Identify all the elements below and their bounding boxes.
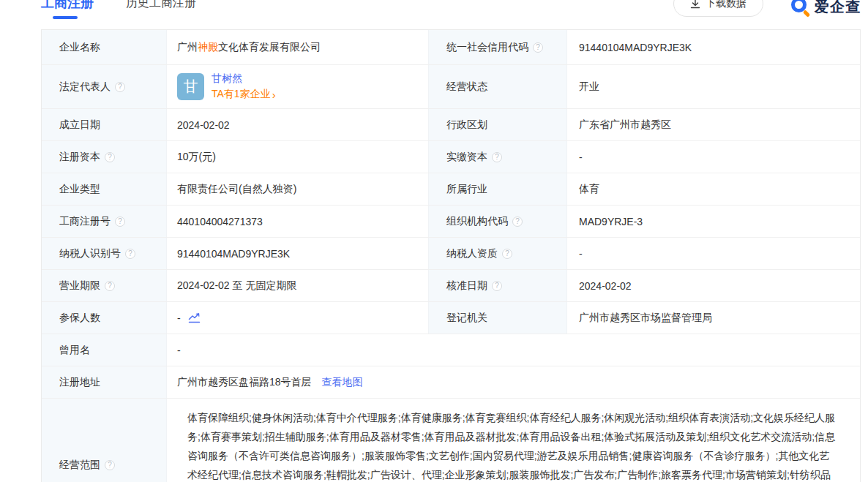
field-value-industry: 体育 <box>567 173 860 205</box>
field-value-approval-date: 2024-02-02 <box>567 270 860 301</box>
field-value-paid-capital: - <box>567 141 860 173</box>
field-value-company-type: 有限责任公司(自然人独资) <box>167 173 428 205</box>
field-value-org-code: MAD9YRJE-3 <box>567 206 860 237</box>
help-icon[interactable]: ? <box>105 281 115 291</box>
header-actions: 下载数据 爱企查 <box>673 0 861 17</box>
field-value-company-name: 广州神殿文化体育发展有限公司 <box>167 30 428 64</box>
registration-info-table: 企业名称 广州神殿文化体育发展有限公司 统一社会信用代码 ? 91440104M… <box>41 29 861 482</box>
download-icon <box>690 0 700 9</box>
section-header: 工商注册 历史工商注册 下载数据 爱企查 <box>0 0 868 28</box>
field-value-business-scope: 体育保障组织;健身休闲活动;体育中介代理服务;体育健康服务;体育竞赛组织;体育经… <box>167 399 860 482</box>
field-value-admin-division: 广东省广州市越秀区 <box>567 109 860 140</box>
table-row: 参保人数 - 登记机关 广州市越秀区市场监督管理局 <box>42 302 860 334</box>
field-label-business-scope: 经营范围 ? <box>42 399 167 482</box>
legal-rep-avatar[interactable]: 甘 <box>177 73 204 100</box>
company-name-highlight: 神殿 <box>198 41 218 53</box>
field-value-establish-date: 2024-02-02 <box>167 109 428 140</box>
help-icon[interactable]: ? <box>125 249 135 259</box>
active-tab-underline <box>53 16 78 19</box>
field-label-approval-date: 核准日期 ? <box>428 270 567 301</box>
brand-name: 爱企查 <box>815 0 861 17</box>
field-value-registration-authority: 广州市越秀区市场监督管理局 <box>567 302 860 334</box>
help-icon[interactable]: ? <box>492 152 502 162</box>
tab-business-registration[interactable]: 工商注册 <box>41 0 94 19</box>
field-label-org-code: 组织机构代码 ? <box>428 206 567 237</box>
registered-address-text: 广州市越秀区盘福路18号首层 <box>177 376 312 389</box>
field-label-legal-rep: 法定代表人 ? <box>42 65 167 108</box>
field-value-legal-rep: 甘 甘树然 TA有1家企业 › <box>167 65 428 108</box>
table-row: 曾用名 - <box>42 334 860 366</box>
table-row: 经营范围 ? 体育保障组织;健身休闲活动;体育中介代理服务;体育健康服务;体育竞… <box>42 399 860 482</box>
field-label-taxpayer-id: 纳税人识别号 ? <box>42 238 167 269</box>
aiqicha-q-icon <box>791 0 811 17</box>
field-value-insured-count: - <box>167 302 428 334</box>
field-label-registration-authority: 登记机关 <box>428 302 567 334</box>
business-registration-page: 工商注册 历史工商注册 下载数据 爱企查 <box>0 0 868 482</box>
download-button-label: 下载数据 <box>706 0 747 10</box>
field-label-industry: 所属行业 <box>428 173 567 205</box>
field-value-registered-capital: 10万(元) <box>167 141 428 173</box>
chevron-right-icon: › <box>272 89 276 100</box>
field-label-registered-capital: 注册资本 ? <box>42 141 167 173</box>
aiqicha-logo[interactable]: 爱企查 <box>791 0 861 17</box>
tab-history-registration-label: 历史工商注册 <box>126 0 196 9</box>
field-value-former-name: - <box>167 334 860 366</box>
field-label-business-term: 营业期限 ? <box>42 270 167 301</box>
field-value-taxpayer-qualification: - <box>567 238 860 269</box>
related-companies-link[interactable]: TA有1家企业 › <box>212 88 276 101</box>
legal-rep-name-link[interactable]: 甘树然 <box>212 72 276 86</box>
field-label-credit-code: 统一社会信用代码 ? <box>428 30 567 64</box>
help-icon[interactable]: ? <box>105 460 115 470</box>
table-row: 注册地址 广州市越秀区盘福路18号首层 查看地图 <box>42 366 860 399</box>
insured-trend-chart-icon[interactable] <box>188 312 201 323</box>
company-name-prefix: 广州 <box>177 41 198 53</box>
business-scope-text: 体育保障组织;健身休闲活动;体育中介代理服务;体育健康服务;体育竞赛组织;体育经… <box>177 399 850 482</box>
field-label-paid-capital: 实缴资本 ? <box>428 141 567 173</box>
field-label-registered-address: 注册地址 <box>42 366 167 398</box>
field-value-registration-no: 440104004271373 <box>167 206 428 237</box>
company-name-suffix: 文化体育发展有限公司 <box>218 41 321 53</box>
help-icon[interactable]: ? <box>492 281 502 291</box>
help-icon[interactable]: ? <box>502 249 512 259</box>
help-icon[interactable]: ? <box>115 216 125 227</box>
tab-business-registration-label: 工商注册 <box>41 0 94 10</box>
field-label-company-type: 企业类型 <box>42 173 167 205</box>
table-row: 企业名称 广州神殿文化体育发展有限公司 统一社会信用代码 ? 91440104M… <box>42 30 860 65</box>
view-map-link[interactable]: 查看地图 <box>322 376 363 389</box>
table-row: 工商注册号 ? 440104004271373 组织机构代码 ? MAD9YRJ… <box>42 206 860 238</box>
field-label-company-name: 企业名称 <box>42 30 167 64</box>
field-label-status: 经营状态 <box>428 65 567 108</box>
field-value-status: 开业 <box>567 65 860 108</box>
download-data-button[interactable]: 下载数据 <box>673 0 763 17</box>
field-label-establish-date: 成立日期 <box>42 109 167 140</box>
field-value-registered-address: 广州市越秀区盘福路18号首层 查看地图 <box>167 366 860 398</box>
table-row: 企业类型 有限责任公司(自然人独资) 所属行业 体育 <box>42 173 860 206</box>
field-label-registration-no: 工商注册号 ? <box>42 206 167 237</box>
table-row: 法定代表人 ? 甘 甘树然 TA有1家企业 › 经营状态 <box>42 65 860 109</box>
help-icon[interactable]: ? <box>115 82 125 92</box>
help-icon[interactable]: ? <box>105 152 115 162</box>
tab-bar: 工商注册 历史工商注册 <box>41 0 196 19</box>
field-value-credit-code: 91440104MAD9YRJE3K <box>567 30 860 64</box>
field-label-former-name: 曾用名 <box>42 334 167 366</box>
table-row: 纳税人识别号 ? 91440104MAD9YRJE3K 纳税人资质 ? - <box>42 238 860 270</box>
help-icon[interactable]: ? <box>512 216 523 227</box>
field-value-business-term: 2024-02-02 至 无固定期限 <box>167 270 428 301</box>
table-row: 营业期限 ? 2024-02-02 至 无固定期限 核准日期 ? 2024-02… <box>42 270 860 302</box>
help-icon[interactable]: ? <box>533 42 543 53</box>
tab-history-registration[interactable]: 历史工商注册 <box>126 0 196 11</box>
table-row: 成立日期 2024-02-02 行政区划 广东省广州市越秀区 <box>42 109 860 141</box>
field-label-admin-division: 行政区划 <box>428 109 567 140</box>
field-label-insured-count: 参保人数 <box>42 302 167 334</box>
table-row: 注册资本 ? 10万(元) 实缴资本 ? - <box>42 141 860 173</box>
field-label-taxpayer-qualification: 纳税人资质 ? <box>428 238 567 269</box>
field-value-taxpayer-id: 91440104MAD9YRJE3K <box>167 238 428 269</box>
